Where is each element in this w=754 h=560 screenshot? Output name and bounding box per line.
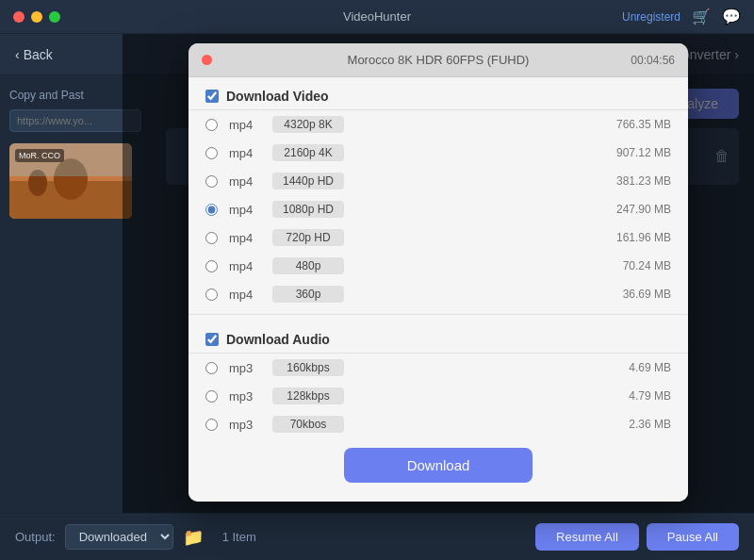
bottom-buttons: Resume All Pause All	[535, 523, 739, 551]
format-type: mp4	[229, 174, 261, 189]
video-row: mp4 480p 70.24 MB	[188, 252, 688, 280]
format-size: 766.35 MB	[605, 118, 671, 131]
dialog-close-icon	[202, 55, 212, 65]
format-size: 2.36 MB	[605, 418, 671, 431]
format-type: mp4	[229, 146, 261, 160]
format-size: 907.12 MB	[605, 146, 671, 159]
minimize-button[interactable]	[31, 11, 42, 23]
audio-row: mp3 70kbos 2.36 MB	[188, 410, 688, 438]
video-radio-0[interactable]	[205, 119, 218, 131]
audio-row: mp3 160kbps 4.69 MB	[188, 354, 688, 382]
format-badge: 4320p 8K	[272, 116, 344, 133]
chevron-left-icon: ‹	[15, 47, 20, 62]
format-size: 381.23 MB	[605, 174, 671, 188]
audio-row: mp3 128kbps 4.79 MB	[188, 382, 688, 410]
video-radio-3[interactable]	[205, 204, 218, 216]
dialog-overlay: Morocco 8K HDR 60FPS (FUHD) 00:04:56 Dow…	[123, 34, 754, 513]
thumbnail-label: MoR. CCO	[15, 149, 64, 162]
video-section-header: Download Video	[188, 77, 688, 110]
audio-section-title: Download Audio	[226, 332, 330, 347]
app-title: VideoHunter	[343, 9, 411, 24]
cart-icon[interactable]: 🛒	[692, 8, 711, 25]
title-bar: VideoHunter Unregisterd 🛒 💬	[0, 0, 754, 34]
thumbnail-card: MoR. CCO	[9, 143, 132, 219]
video-section-checkbox[interactable]	[205, 90, 219, 103]
dialog-title-text: Morocco 8K HDR 60FPS (FUHD)	[348, 53, 530, 67]
format-badge: 1080p HD	[272, 201, 344, 218]
audio-radio-2[interactable]	[205, 419, 218, 431]
format-size: 36.69 MB	[605, 288, 671, 301]
video-row: mp4 2160p 4K 907.12 MB	[188, 139, 688, 167]
close-button[interactable]	[13, 11, 25, 23]
format-size: 247.90 MB	[605, 203, 671, 216]
title-bar-actions: Unregisterd 🛒 💬	[622, 8, 741, 25]
bottom-bar: Output: Downloaded 📁 1 Item Resume All P…	[0, 513, 754, 560]
format-type: mp3	[229, 361, 261, 375]
section-divider	[188, 314, 688, 315]
item-count: 1 Item	[222, 530, 256, 544]
format-badge: 2160p 4K	[272, 144, 344, 161]
video-radio-4[interactable]	[205, 232, 218, 244]
video-row: mp4 1080p HD 247.90 MB	[188, 195, 688, 223]
chat-icon[interactable]: 💬	[722, 8, 741, 25]
format-size: 161.96 MB	[605, 231, 671, 244]
pause-all-button[interactable]: Pause All	[647, 523, 739, 551]
format-badge: 128kbps	[272, 387, 344, 404]
format-type: mp3	[229, 389, 261, 404]
traffic-lights	[13, 11, 60, 23]
format-size: 70.24 MB	[605, 259, 671, 272]
back-label: Back	[24, 47, 53, 62]
format-size: 4.69 MB	[605, 361, 671, 374]
format-type: mp4	[229, 259, 261, 273]
format-type: mp4	[229, 231, 261, 245]
format-badge: 480p	[272, 257, 344, 274]
format-badge: 360p	[272, 286, 344, 303]
video-radio-6[interactable]	[205, 288, 218, 301]
format-type: mp4	[229, 118, 261, 132]
format-type: mp4	[229, 203, 261, 217]
video-row: mp4 360p 36.69 MB	[188, 280, 688, 308]
format-badge: 160kbps	[272, 359, 344, 376]
url-input[interactable]	[9, 109, 141, 132]
format-type: mp4	[229, 288, 261, 302]
format-badge: 70kbos	[272, 416, 344, 433]
video-row: mp4 4320p 8K 766.35 MB	[188, 110, 688, 139]
audio-section-header: Download Audio	[188, 321, 688, 354]
back-button[interactable]: ‹ Back	[15, 47, 53, 62]
dialog-title-bar: Morocco 8K HDR 60FPS (FUHD) 00:04:56	[188, 43, 688, 77]
video-radio-1[interactable]	[205, 147, 218, 159]
video-section-title: Download Video	[226, 89, 329, 104]
download-button[interactable]: Download	[344, 448, 533, 483]
audio-radio-0[interactable]	[205, 362, 218, 374]
maximize-button[interactable]	[49, 11, 60, 23]
sidebar-section-title: Copy and Past	[9, 89, 141, 102]
video-radio-2[interactable]	[205, 175, 218, 188]
video-row: mp4 720p HD 161.96 MB	[188, 223, 688, 252]
video-radio-5[interactable]	[205, 260, 218, 272]
audio-radio-1[interactable]	[205, 390, 218, 403]
video-row: mp4 1440p HD 381.23 MB	[188, 167, 688, 195]
dialog-duration: 00:04:56	[631, 54, 675, 67]
resume-all-button[interactable]: Resume All	[535, 523, 639, 551]
format-type: mp3	[229, 418, 261, 432]
download-btn-row: Download	[188, 438, 688, 486]
video-rows: mp4 4320p 8K 766.35 MB mp4 2160p 4K 907.…	[188, 110, 688, 308]
output-select[interactable]: Downloaded	[65, 524, 173, 550]
unregistered-link[interactable]: Unregisterd	[622, 10, 680, 24]
audio-section-checkbox[interactable]	[205, 333, 219, 346]
format-size: 4.79 MB	[605, 389, 671, 403]
dialog-body: Download Video mp4 4320p 8K 766.35 MB mp…	[188, 77, 688, 502]
output-label: Output:	[15, 530, 56, 544]
audio-rows: mp3 160kbps 4.69 MB mp3 128kbps 4.79 MB …	[188, 354, 688, 438]
dialog: Morocco 8K HDR 60FPS (FUHD) 00:04:56 Dow…	[188, 43, 688, 502]
format-badge: 720p HD	[272, 229, 344, 246]
folder-icon[interactable]: 📁	[183, 527, 204, 548]
format-badge: 1440p HD	[272, 173, 344, 189]
